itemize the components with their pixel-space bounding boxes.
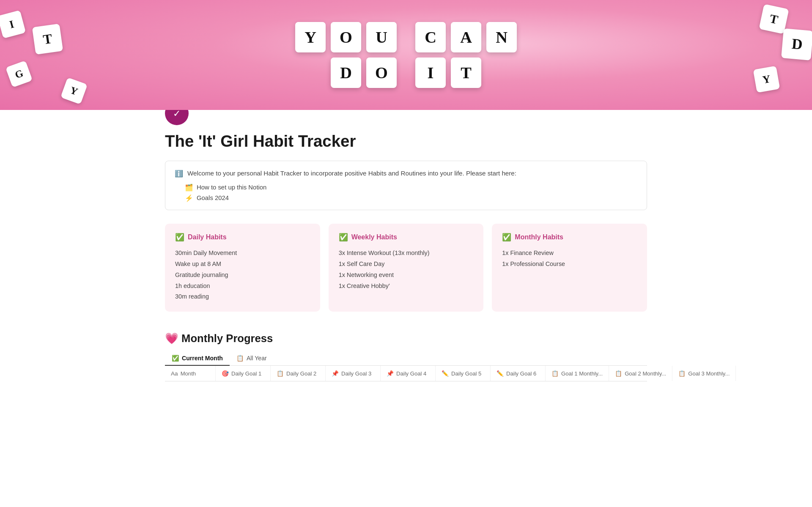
daily-habits-card: ✅ Daily Habits 30min Daily Movement Wake… [165, 224, 320, 312]
monthly-habits-items: 1x Finance Review 1x Professional Course [502, 248, 637, 270]
deco-tile-y: Y [753, 66, 780, 93]
col-monthly2-label: Goal 2 Monthly... [625, 370, 666, 377]
daily-habit-4: 1h education [175, 281, 310, 292]
col-goal1-icon: 🎯 [222, 370, 229, 377]
daily-habit-2: Wake up at 8 AM [175, 259, 310, 270]
info-link-goals[interactable]: ⚡ Goals 2024 [185, 194, 637, 202]
tile-o: O [331, 22, 361, 52]
deco-tile-d: D [781, 28, 812, 60]
weekly-check-icon: ✅ [339, 233, 348, 242]
daily-check-icon: ✅ [175, 233, 184, 242]
info-text: Welcome to your personal Habit Tracker t… [187, 169, 516, 178]
col-goal4-icon: 📌 [387, 370, 394, 377]
daily-habit-3: Gratitude journaling [175, 270, 310, 281]
col-monthly3-label: Goal 3 Monthly... [688, 370, 730, 377]
tabs-bar: ✅ Current Month 📋 All Year [165, 351, 647, 366]
monthly-habits-title: ✅ Monthly Habits [502, 233, 637, 242]
weekly-habits-title: ✅ Weekly Habits [339, 233, 474, 242]
deco-tile-g: G [5, 60, 33, 88]
col-goal5-label: Daily Goal 5 [451, 370, 481, 377]
daily-habits-title: ✅ Daily Habits [175, 233, 310, 242]
folder-icon: 🗂️ [185, 184, 193, 192]
monthly-progress-section: 💗 Monthly Progress ✅ Current Month 📋 All… [165, 332, 647, 381]
col-monthly1-icon: 📋 [551, 370, 559, 377]
table-header: Aa Month 🎯 Daily Goal 1 📋 Daily Goal 2 📌… [165, 366, 647, 381]
page-content: ✓ The 'It' Girl Habit Tracker ℹ️ Welcome… [131, 101, 681, 407]
weekly-habit-3: 1x Networking event [339, 270, 474, 281]
hero-tiles-container: Y O U C A N D O I T [295, 22, 517, 88]
tile-gap2 [402, 58, 410, 88]
tile-o2: O [366, 58, 397, 88]
monthly-habits-card: ✅ Monthly Habits 1x Finance Review 1x Pr… [492, 224, 647, 312]
tab-all-year[interactable]: 📋 All Year [230, 351, 274, 366]
tile-t: T [451, 58, 481, 88]
tile-i: I [415, 58, 446, 88]
col-goal6-icon: ✏️ [497, 370, 504, 377]
col-goal3-label: Daily Goal 3 [341, 370, 371, 377]
deco-tile-i: I [0, 10, 26, 38]
col-goal2-monthly: 📋 Goal 2 Monthly... [609, 366, 672, 381]
page-title: The 'It' Girl Habit Tracker [165, 132, 647, 151]
col-goal1-monthly: 📋 Goal 1 Monthly... [546, 366, 609, 381]
info-link-setup-label: How to set up this Notion [197, 184, 266, 191]
daily-habit-1: 30min Daily Movement [175, 248, 310, 259]
col-daily-goal-1: 🎯 Daily Goal 1 [216, 366, 271, 381]
daily-habit-5: 30m reading [175, 291, 310, 302]
info-link-goals-label: Goals 2024 [197, 195, 229, 201]
tile-n: N [486, 22, 517, 52]
tile-u: U [366, 22, 397, 52]
info-header: ℹ️ Welcome to your personal Habit Tracke… [175, 169, 637, 178]
tile-row-2: D O I T [331, 58, 481, 88]
bolt-icon: ⚡ [185, 194, 193, 202]
weekly-habits-card: ✅ Weekly Habits 3x Intense Workout (13x … [329, 224, 484, 312]
col-monthly2-icon: 📋 [615, 370, 622, 377]
info-block: ℹ️ Welcome to your personal Habit Tracke… [165, 161, 647, 210]
current-month-check-icon: ✅ [172, 355, 179, 362]
tab-current-month-label: Current Month [182, 355, 223, 362]
monthly-check-icon: ✅ [502, 233, 511, 242]
col-goal3-monthly: 📋 Goal 3 Monthly... [672, 366, 736, 381]
col-goal3-icon: 📌 [332, 370, 339, 377]
col-monthly1-label: Goal 1 Monthly... [561, 370, 603, 377]
tile-gap1 [402, 22, 410, 52]
col-daily-goal-4: 📌 Daily Goal 4 [381, 366, 436, 381]
daily-habits-items: 30min Daily Movement Wake up at 8 AM Gra… [175, 248, 310, 303]
col-month: Aa Month [165, 366, 216, 381]
col-month-icon: Aa [171, 370, 178, 377]
section-title: 💗 Monthly Progress [165, 332, 647, 345]
tab-all-year-label: All Year [247, 355, 267, 362]
habits-grid: ✅ Daily Habits 30min Daily Movement Wake… [165, 224, 647, 312]
tile-c: C [415, 22, 446, 52]
info-link-setup[interactable]: 🗂️ How to set up this Notion [185, 184, 637, 192]
col-daily-goal-6: ✏️ Daily Goal 6 [491, 366, 546, 381]
monthly-habit-1: 1x Finance Review [502, 248, 637, 259]
col-goal6-label: Daily Goal 6 [506, 370, 536, 377]
deco-tile-y2: Y [60, 77, 88, 104]
weekly-habit-4: 1x Creative Hobby' [339, 281, 474, 292]
deco-tile-t: T [32, 24, 63, 55]
col-goal4-label: Daily Goal 4 [396, 370, 426, 377]
monthly-habit-2: 1x Professional Course [502, 259, 637, 270]
info-links: 🗂️ How to set up this Notion ⚡ Goals 202… [185, 184, 637, 202]
tile-d: D [331, 58, 361, 88]
col-daily-goal-5: ✏️ Daily Goal 5 [436, 366, 491, 381]
col-goal2-icon: 📋 [277, 370, 284, 377]
col-goal1-label: Daily Goal 1 [231, 370, 261, 377]
weekly-habits-items: 3x Intense Workout (13x monthly) 1x Self… [339, 248, 474, 292]
col-goal5-icon: ✏️ [442, 370, 449, 377]
col-monthly3-icon: 📋 [678, 370, 686, 377]
col-month-label: Month [181, 370, 196, 377]
col-goal2-label: Daily Goal 2 [286, 370, 316, 377]
tab-current-month[interactable]: ✅ Current Month [165, 351, 230, 366]
tile-a: A [451, 22, 481, 52]
weekly-habit-2: 1x Self Care Day [339, 259, 474, 270]
col-daily-goal-2: 📋 Daily Goal 2 [271, 366, 326, 381]
tile-row-1: Y O U C A N [295, 22, 517, 52]
col-daily-goal-3: 📌 Daily Goal 3 [326, 366, 381, 381]
weekly-habit-1: 3x Intense Workout (13x monthly) [339, 248, 474, 259]
hero-banner: I T G T D Y Y Y O U C A N D O I T [0, 0, 812, 110]
tile-y: Y [295, 22, 326, 52]
info-icon: ℹ️ [175, 170, 183, 178]
all-year-icon: 📋 [236, 355, 244, 362]
